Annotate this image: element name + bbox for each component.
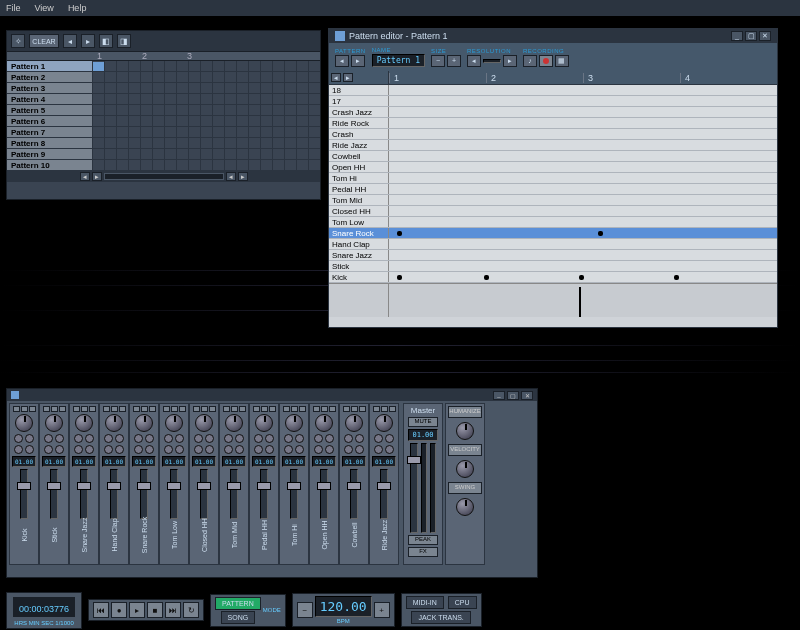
- fx4-knob[interactable]: [145, 445, 154, 454]
- strip-solo-icon[interactable]: [209, 406, 216, 412]
- strip-mute-icon[interactable]: [141, 406, 148, 412]
- pattern-name-cell[interactable]: Pattern 6: [7, 116, 93, 126]
- fader-track[interactable]: [50, 469, 58, 519]
- pattern-name-cell[interactable]: Pattern 1: [7, 61, 93, 71]
- instrument-name[interactable]: Snare Jazz: [329, 250, 389, 260]
- strip-play-icon[interactable]: [133, 406, 140, 412]
- menu-view[interactable]: View: [35, 3, 54, 13]
- peak-button[interactable]: PEAK: [408, 535, 438, 545]
- close-button[interactable]: ✕: [759, 31, 771, 41]
- pattern-timeline[interactable]: [93, 149, 320, 159]
- strip-solo-icon[interactable]: [59, 406, 66, 412]
- fx3-knob[interactable]: [164, 445, 173, 454]
- fader-handle[interactable]: [287, 482, 301, 490]
- fx4-knob[interactable]: [385, 445, 394, 454]
- ffwd-button[interactable]: ⏭: [165, 602, 181, 618]
- scroll-right-button[interactable]: ▸: [92, 172, 102, 181]
- song-pattern-row[interactable]: Pattern 3: [7, 83, 320, 94]
- fx4-knob[interactable]: [295, 445, 304, 454]
- pattern-timeline[interactable]: [93, 72, 320, 82]
- scroll-left2-button[interactable]: ◂: [226, 172, 236, 181]
- fx3-knob[interactable]: [104, 445, 113, 454]
- note-lane[interactable]: [389, 173, 777, 183]
- record-button[interactable]: ●: [111, 602, 127, 618]
- fx2-knob[interactable]: [145, 434, 154, 443]
- fx3-knob[interactable]: [194, 445, 203, 454]
- record-button[interactable]: [539, 55, 553, 67]
- cursor-tool-button[interactable]: ◂: [331, 73, 341, 82]
- song-pattern-row[interactable]: Pattern 4: [7, 94, 320, 105]
- strip-solo-icon[interactable]: [329, 406, 336, 412]
- pattern-timeline[interactable]: [93, 138, 320, 148]
- instrument-name[interactable]: Ride Jazz: [329, 140, 389, 150]
- pattern-name-cell[interactable]: Pattern 4: [7, 94, 93, 104]
- strip-solo-icon[interactable]: [359, 406, 366, 412]
- instrument-name[interactable]: Stick: [329, 261, 389, 271]
- instrument-name[interactable]: Cowbell: [329, 151, 389, 161]
- instrument-name[interactable]: Tom Low: [329, 217, 389, 227]
- song-pattern-row[interactable]: Pattern 10: [7, 160, 320, 171]
- fx1-knob[interactable]: [134, 434, 143, 443]
- fx3-knob[interactable]: [284, 445, 293, 454]
- song-pattern-row[interactable]: Pattern 5: [7, 105, 320, 116]
- instrument-row[interactable]: Closed HH: [329, 206, 777, 217]
- strip-solo-icon[interactable]: [299, 406, 306, 412]
- res-down-button[interactable]: ◂: [467, 55, 481, 67]
- fx4-knob[interactable]: [55, 445, 64, 454]
- note[interactable]: [484, 275, 489, 280]
- fader-handle[interactable]: [347, 482, 361, 490]
- strip-mute-icon[interactable]: [231, 406, 238, 412]
- strip-mute-icon[interactable]: [201, 406, 208, 412]
- fader-track[interactable]: [20, 469, 28, 519]
- instrument-name[interactable]: 18: [329, 85, 389, 95]
- note[interactable]: [397, 231, 402, 236]
- humanize-button[interactable]: HUMANIZE: [448, 406, 482, 418]
- fx1-knob[interactable]: [314, 434, 323, 443]
- pan-knob[interactable]: [45, 414, 63, 432]
- fx3-knob[interactable]: [74, 445, 83, 454]
- note[interactable]: [579, 275, 584, 280]
- pattern-timeline[interactable]: [93, 94, 320, 104]
- note[interactable]: [674, 275, 679, 280]
- instrument-row[interactable]: Ride Rock: [329, 118, 777, 129]
- fx1-knob[interactable]: [104, 434, 113, 443]
- fader-handle[interactable]: [77, 482, 91, 490]
- strip-solo-icon[interactable]: [29, 406, 36, 412]
- fx4-knob[interactable]: [325, 445, 334, 454]
- pattern-name-cell[interactable]: Pattern 5: [7, 105, 93, 115]
- fader-track[interactable]: [200, 469, 208, 519]
- song-mode-b-button[interactable]: ◨: [117, 34, 131, 48]
- pattern-name-cell[interactable]: Pattern 8: [7, 138, 93, 148]
- strip-play-icon[interactable]: [223, 406, 230, 412]
- song-pattern-row[interactable]: Pattern 2: [7, 72, 320, 83]
- fx2-knob[interactable]: [325, 434, 334, 443]
- instrument-row[interactable]: Crash Jazz: [329, 107, 777, 118]
- strip-play-icon[interactable]: [163, 406, 170, 412]
- note-lane[interactable]: [389, 85, 777, 95]
- pattern-timeline[interactable]: [93, 116, 320, 126]
- fx4-knob[interactable]: [115, 445, 124, 454]
- strip-mute-icon[interactable]: [351, 406, 358, 412]
- fader-handle[interactable]: [197, 482, 211, 490]
- song-pattern-row[interactable]: Pattern 9: [7, 149, 320, 160]
- fx2-knob[interactable]: [205, 434, 214, 443]
- instrument-name[interactable]: Crash: [329, 129, 389, 139]
- prev-pattern-button[interactable]: ◂: [335, 55, 349, 67]
- strip-mute-icon[interactable]: [261, 406, 268, 412]
- strip-play-icon[interactable]: [373, 406, 380, 412]
- mixer-titlebar[interactable]: _ ▢ ✕: [7, 389, 537, 401]
- song-nudge-left-button[interactable]: ◂: [63, 34, 77, 48]
- pattern-name-cell[interactable]: Pattern 7: [7, 127, 93, 137]
- fader-handle[interactable]: [317, 482, 331, 490]
- strip-solo-icon[interactable]: [269, 406, 276, 412]
- pattern-grid[interactable]: 1817Crash JazzRide RockCrashRide JazzCow…: [329, 85, 777, 317]
- fx4-knob[interactable]: [85, 445, 94, 454]
- master-mute-button[interactable]: MUTE: [408, 417, 438, 427]
- pattern-timeline[interactable]: [93, 160, 320, 170]
- fx1-knob[interactable]: [254, 434, 263, 443]
- fx2-knob[interactable]: [85, 434, 94, 443]
- fx4-knob[interactable]: [235, 445, 244, 454]
- strip-mute-icon[interactable]: [171, 406, 178, 412]
- pattern-name-cell[interactable]: Pattern 9: [7, 149, 93, 159]
- pan-knob[interactable]: [345, 414, 363, 432]
